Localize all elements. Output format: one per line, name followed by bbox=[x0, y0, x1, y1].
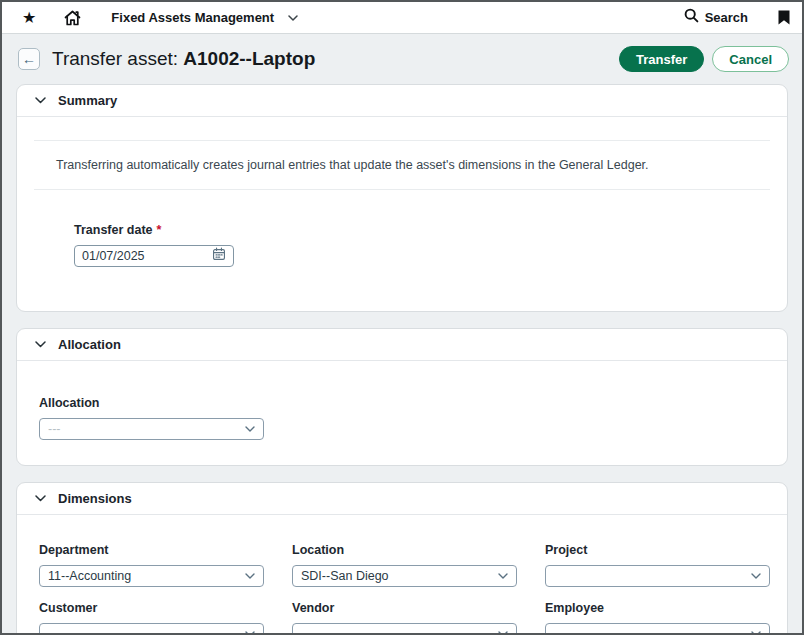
transfer-date-label: Transfer date* bbox=[74, 223, 770, 237]
app-window: ★ Fixed Assets Management bbox=[0, 0, 804, 635]
allocation-select[interactable]: --- bbox=[39, 418, 264, 440]
department-label: Department bbox=[39, 543, 264, 557]
transfer-date-value: 01/07/2025 bbox=[82, 249, 145, 263]
summary-section-toggle[interactable]: Summary bbox=[17, 85, 787, 117]
department-select[interactable]: 11--Accounting bbox=[39, 565, 264, 587]
app-switcher[interactable]: Fixed Assets Management bbox=[111, 10, 298, 25]
project-label: Project bbox=[545, 543, 770, 557]
customer-label: Customer bbox=[39, 601, 264, 615]
chevron-down-icon bbox=[35, 341, 46, 348]
summary-message-text: Transferring automatically creates journ… bbox=[56, 158, 770, 172]
top-bar: ★ Fixed Assets Management bbox=[2, 2, 802, 34]
chevron-down-icon bbox=[245, 573, 255, 579]
cancel-button[interactable]: Cancel bbox=[712, 46, 789, 72]
chevron-down-icon bbox=[751, 573, 761, 579]
summary-section-title: Summary bbox=[58, 93, 117, 108]
department-select-value: 11--Accounting bbox=[48, 569, 131, 583]
dimensions-section-title: Dimensions bbox=[58, 491, 132, 506]
location-label: Location bbox=[292, 543, 517, 557]
dimensions-section-toggle[interactable]: Dimensions bbox=[17, 483, 787, 515]
allocation-card: Allocation Allocation --- bbox=[16, 328, 788, 466]
chevron-down-icon bbox=[498, 573, 508, 579]
dimensions-grid: Department 11--Accounting Location SDI--… bbox=[39, 543, 765, 635]
summary-card: Summary Transferring automatically creat… bbox=[16, 84, 788, 312]
page-title-prefix: Transfer asset: bbox=[52, 48, 183, 69]
vendor-label: Vendor bbox=[292, 601, 517, 615]
dimensions-body: Department 11--Accounting Location SDI--… bbox=[17, 515, 787, 635]
summary-message: Transferring automatically creates journ… bbox=[34, 140, 770, 190]
dimensions-card: Dimensions Department 11--Accounting Loc… bbox=[16, 482, 788, 635]
app-name: Fixed Assets Management bbox=[111, 10, 274, 25]
allocation-section-toggle[interactable]: Allocation bbox=[17, 329, 787, 361]
star-icon[interactable]: ★ bbox=[22, 10, 36, 26]
project-select[interactable] bbox=[545, 565, 770, 587]
allocation-section-title: Allocation bbox=[58, 337, 121, 352]
dimension-field-vendor: Vendor bbox=[292, 601, 517, 635]
transfer-date-input[interactable]: 01/07/2025 bbox=[74, 245, 234, 267]
transfer-button[interactable]: Transfer bbox=[619, 46, 704, 72]
chevron-down-icon bbox=[245, 631, 255, 635]
chevron-down-icon bbox=[245, 426, 255, 432]
page-content: Summary Transferring automatically creat… bbox=[2, 84, 802, 635]
dimension-field-employee: Employee bbox=[545, 601, 770, 635]
chevron-down-icon bbox=[35, 495, 46, 502]
page-header: ← Transfer asset: A1002--Laptop Transfer… bbox=[2, 34, 802, 84]
search-icon bbox=[684, 8, 699, 27]
employee-select[interactable] bbox=[545, 623, 770, 635]
dimension-field-customer: Customer bbox=[39, 601, 264, 635]
page-title: Transfer asset: A1002--Laptop bbox=[52, 48, 315, 70]
page-title-asset: A1002--Laptop bbox=[183, 48, 315, 69]
chevron-down-icon bbox=[751, 631, 761, 635]
location-select-value: SDI--San Diego bbox=[301, 569, 389, 583]
location-select[interactable]: SDI--San Diego bbox=[292, 565, 517, 587]
search-label: Search bbox=[705, 10, 748, 25]
home-icon[interactable] bbox=[64, 10, 81, 26]
vendor-select[interactable] bbox=[292, 623, 517, 635]
chevron-down-icon bbox=[35, 97, 46, 104]
dimension-field-project: Project bbox=[545, 543, 770, 587]
allocation-select-value: --- bbox=[48, 422, 61, 436]
dimension-field-department: Department 11--Accounting bbox=[39, 543, 264, 587]
allocation-field-label: Allocation bbox=[39, 396, 765, 410]
bookmark-icon[interactable] bbox=[778, 10, 790, 25]
allocation-body: Allocation --- bbox=[17, 361, 787, 465]
required-asterisk: * bbox=[157, 223, 162, 237]
summary-form: Transfer date* 01/07/2025 bbox=[34, 190, 770, 311]
header-actions: Transfer Cancel bbox=[619, 46, 789, 72]
employee-label: Employee bbox=[545, 601, 770, 615]
chevron-down-icon bbox=[498, 631, 508, 635]
chevron-down-icon bbox=[288, 15, 298, 21]
top-bar-right: Search bbox=[684, 8, 792, 27]
dimension-field-location: Location SDI--San Diego bbox=[292, 543, 517, 587]
customer-select[interactable] bbox=[39, 623, 264, 635]
back-button[interactable]: ← bbox=[18, 48, 40, 70]
summary-body: Transferring automatically creates journ… bbox=[17, 140, 787, 311]
calendar-icon[interactable] bbox=[212, 247, 226, 265]
search-button[interactable]: Search bbox=[684, 8, 748, 27]
